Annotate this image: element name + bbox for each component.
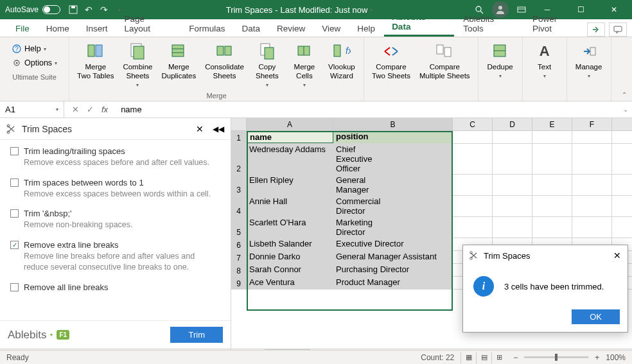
redo-icon[interactable]: ↷ [99, 4, 109, 15]
tab-page-layout[interactable]: Page Layout [117, 11, 180, 37]
select-all-corner[interactable] [231, 118, 247, 130]
zoom-out-icon[interactable]: − [513, 353, 518, 362]
tab-ablebits-tools[interactable]: Ablebits Tools [455, 11, 523, 37]
close-button[interactable]: ✕ [601, 0, 627, 19]
merge-two-tables-button[interactable]: Merge Two Tables [73, 40, 118, 82]
row-header[interactable]: 5 [231, 217, 247, 238]
tab-file[interactable]: File [8, 21, 37, 37]
ribbon-display-icon[interactable] [516, 4, 527, 15]
row-header[interactable]: 4 [231, 196, 247, 216]
normal-view-icon[interactable]: ▦ [461, 352, 476, 363]
tab-view[interactable]: View [314, 21, 348, 37]
consolidate-sheets-button[interactable]: Consolidate Sheets [201, 40, 248, 82]
tab-help[interactable]: Help [349, 21, 383, 37]
cell[interactable]: Wednesday Addams [247, 144, 333, 174]
cell[interactable]: name [247, 131, 333, 143]
ablebits-brand[interactable]: Ablebits▾F1 [8, 329, 69, 342]
page-break-view-icon[interactable]: ⊞ [491, 352, 507, 363]
qat-more-icon[interactable]: ▾ [114, 4, 125, 15]
comments-button[interactable] [609, 22, 627, 37]
cell[interactable]: Ace Ventura [247, 277, 333, 289]
cell[interactable]: General Manager [333, 175, 453, 195]
text-button[interactable]: AText▾ [527, 40, 563, 80]
col-header[interactable]: D [493, 118, 532, 130]
cell[interactable]: Executive Director [333, 238, 453, 250]
manage-button[interactable]: Manage▾ [571, 40, 607, 80]
dialog-close-icon[interactable]: ✕ [613, 250, 621, 261]
compare-multiple-sheets-button[interactable]: Compare Multiple Sheets [416, 40, 474, 82]
cell[interactable]: Commercial Director [333, 196, 453, 216]
save-icon[interactable] [68, 4, 78, 15]
row-header[interactable]: 8 [231, 264, 247, 276]
cell[interactable]: General Manager Assistant [333, 251, 453, 263]
zoom-slider[interactable] [524, 356, 588, 358]
autosave-toggle[interactable]: AutoSave [5, 5, 60, 14]
tab-data[interactable]: Data [234, 21, 268, 37]
namebox[interactable]: A1▾ [0, 101, 64, 117]
zoom-in-icon[interactable]: + [595, 353, 599, 362]
tab-review[interactable]: Review [269, 21, 313, 37]
taskpane-close-icon[interactable]: ✕ [196, 124, 204, 134]
checkbox-leading-trailing[interactable] [10, 147, 19, 155]
cell[interactable]: Chief Executive Officer [333, 144, 453, 174]
cell[interactable]: Sarah Connor [247, 264, 333, 276]
help-menu[interactable]: ?Help▾ [9, 42, 60, 55]
row-header[interactable]: 2 [231, 144, 247, 174]
formula-input[interactable]: name [116, 105, 619, 114]
cell[interactable]: Donnie Darko [247, 251, 333, 263]
col-header[interactable]: C [453, 118, 493, 130]
merge-duplicates-button[interactable]: Merge Duplicates [157, 40, 200, 82]
vlookup-wizard-button[interactable]: fxVlookup Wizard [324, 40, 360, 82]
tab-power-pivot[interactable]: Power Pivot [525, 11, 586, 37]
merge-cells-button[interactable]: Merge Cells▾ [286, 40, 322, 89]
tab-ablebits-data[interactable]: Ablebits Data [384, 9, 454, 37]
cancel-icon[interactable]: ✕ [72, 105, 79, 114]
row-header[interactable]: 1 [231, 131, 247, 143]
share-button[interactable] [587, 22, 605, 37]
undo-icon[interactable]: ↶ [83, 4, 94, 15]
scissors-icon [6, 124, 17, 134]
tab-insert[interactable]: Insert [78, 21, 116, 37]
collapse-ribbon-icon[interactable]: ⌃ [622, 91, 627, 98]
page-layout-view-icon[interactable]: ▤ [476, 352, 491, 363]
cell[interactable]: Product Manager [333, 277, 453, 289]
row-header[interactable]: 3 [231, 175, 247, 195]
fx-icon[interactable]: fx [101, 105, 108, 114]
ok-button[interactable]: OK [572, 309, 620, 324]
options-menu[interactable]: Options▾ [9, 56, 60, 69]
tab-home[interactable]: Home [39, 21, 77, 37]
checkbox-extra-linebreaks[interactable]: ✓ [10, 241, 19, 249]
cell[interactable]: Scarlett O'Hara [247, 217, 333, 238]
checkbox-between-words[interactable] [10, 178, 19, 187]
col-header[interactable]: F [572, 118, 612, 130]
trim-button[interactable]: Trim [170, 327, 223, 343]
col-header[interactable]: E [532, 118, 572, 130]
cell[interactable]: Annie Hall [247, 196, 333, 216]
copy-sheets-button[interactable]: Copy Sheets▾ [249, 40, 285, 89]
option-label: Remove extra line breaks [24, 240, 118, 250]
expand-formula-icon[interactable]: ⌄ [619, 106, 632, 113]
row-header[interactable]: 7 [231, 251, 247, 263]
ribbon-content: ?Help▾ Options▾ Ultimate Suite Merge Two… [0, 37, 632, 101]
col-header[interactable]: A [247, 118, 333, 130]
cell[interactable]: position [333, 131, 453, 143]
dedupe-button[interactable]: Dedupe▾ [482, 40, 518, 80]
combine-sheets-button[interactable]: Combine Sheets▾ [119, 40, 156, 89]
cell[interactable]: Marketing Director [333, 217, 453, 238]
col-header[interactable]: B [333, 118, 453, 130]
checkbox-nbsp[interactable] [10, 209, 19, 218]
tab-formulas[interactable]: Formulas [181, 21, 233, 37]
enter-icon[interactable]: ✓ [87, 105, 94, 114]
cell[interactable]: Lisbeth Salander [247, 238, 333, 250]
cell[interactable]: Purchasing Director [333, 264, 453, 276]
search-icon[interactable] [474, 4, 484, 15]
row-header[interactable]: 6 [231, 238, 247, 250]
taskpane-collapse-icon[interactable]: ◀◀ [213, 125, 224, 134]
zoom-level[interactable]: 100% [606, 353, 626, 362]
row-header[interactable]: 9 [231, 277, 247, 289]
checkbox-all-linebreaks[interactable] [10, 283, 19, 291]
cell[interactable]: Ellen Ripley [247, 175, 333, 195]
compare-two-sheets-button[interactable]: Compare Two Sheets [368, 40, 414, 82]
toggle-switch[interactable] [42, 5, 60, 14]
dialog-message: 3 cells have been trimmed. [504, 282, 604, 291]
